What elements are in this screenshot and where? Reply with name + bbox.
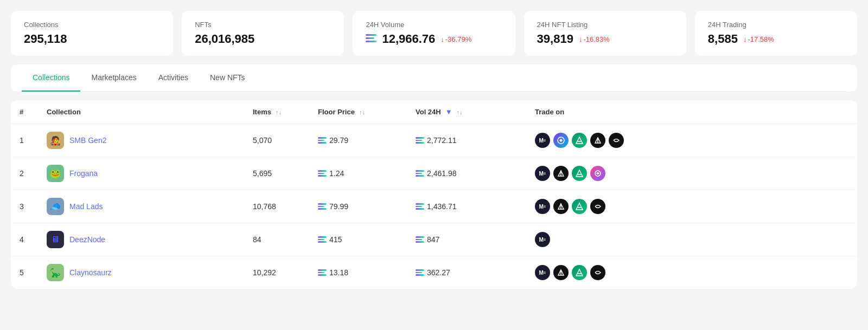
- trade-cell: M≡: [526, 256, 857, 289]
- vol-value: 2,772.11: [416, 136, 518, 145]
- svg-rect-0: [366, 34, 376, 36]
- marketplace-green-icon[interactable]: [572, 199, 587, 214]
- marketplace-up-icon[interactable]: [590, 133, 605, 148]
- vol-cell: 2,772.11: [407, 124, 526, 157]
- collection-cell: 🐸 Frogana: [38, 157, 244, 190]
- items-cell: 84: [244, 223, 309, 256]
- collection-cell: 🖥 DeezNode: [38, 223, 244, 256]
- marketplace-up-icon[interactable]: [553, 265, 569, 280]
- floor-cell: 13.18: [309, 256, 407, 289]
- items-sort-icon: ↑↓: [276, 109, 282, 115]
- th-rank: #: [11, 100, 38, 124]
- sol-icon-volume: [366, 34, 376, 44]
- stat-value-row-collections: 295,118: [24, 32, 160, 46]
- tab-activities[interactable]: Activities: [148, 64, 199, 92]
- floor-value: 1.24: [318, 169, 398, 178]
- marketplace-up-icon[interactable]: [553, 199, 569, 214]
- rank-cell: 5: [11, 256, 38, 289]
- marketplace-green-icon[interactable]: [572, 265, 587, 280]
- trade-icons-group: M≡: [535, 166, 848, 181]
- table-row: 1 🧑‍🎤 SMB Gen2 5,070 29.79 2,772.11: [11, 124, 857, 157]
- trade-cell: M≡: [526, 157, 857, 190]
- svg-rect-1: [366, 37, 374, 39]
- tab-collections[interactable]: Collections: [22, 64, 80, 92]
- collection-name-text: DeezNode: [69, 235, 105, 244]
- vol-cell: 362.27: [407, 256, 526, 289]
- marketplace-me-icon[interactable]: M≡: [535, 133, 550, 148]
- marketplace-pink-icon[interactable]: [590, 166, 605, 181]
- marketplace-me-icon[interactable]: M≡: [535, 265, 550, 280]
- th-collection: Collection: [38, 100, 244, 124]
- collection-avatar: 🐸: [47, 165, 64, 182]
- vol-text: 362.27: [427, 268, 450, 277]
- sol-lines-icon: [416, 137, 424, 144]
- collection-link[interactable]: 🦕 Claynosaurz: [47, 264, 235, 281]
- stat-label-trading: 24H Trading: [708, 21, 844, 29]
- floor-cell: 79.99: [309, 190, 407, 223]
- floor-value: 13.18: [318, 268, 398, 277]
- floor-cell: 415: [309, 223, 407, 256]
- trade-icons-group: M≡: [535, 265, 848, 280]
- down-arrow-icon-trading: ↓: [743, 35, 747, 43]
- stat-card-volume: 24H Volume 12,966.76 ↓: [353, 11, 515, 56]
- collection-link[interactable]: 🧢 Mad Lads: [47, 198, 235, 215]
- stat-change-trading: ↓ -17.58%: [743, 35, 774, 43]
- down-arrow-icon-listing: ↓: [579, 35, 583, 43]
- stat-change-volume: ↓ -36.79%: [441, 35, 471, 43]
- marketplace-green-icon[interactable]: [572, 133, 587, 148]
- floor-price-text: 1.24: [329, 169, 344, 178]
- floor-cell: 1.24: [309, 157, 407, 190]
- tab-new-nfts[interactable]: New NFTs: [199, 64, 256, 92]
- collection-name-text: Frogana: [69, 169, 98, 178]
- stat-label-nfts: NFTs: [195, 21, 331, 29]
- rank-cell: 1: [11, 124, 38, 157]
- th-floor[interactable]: Floor Price ↑↓: [309, 100, 407, 124]
- marketplace-snappy-icon[interactable]: [609, 133, 624, 148]
- marketplace-me-icon[interactable]: M≡: [535, 166, 550, 181]
- trade-icons-group: M≡: [535, 133, 848, 148]
- items-cell: 5,070: [244, 124, 309, 157]
- vol-value: 362.27: [416, 268, 518, 277]
- collection-link[interactable]: 🧑‍🎤 SMB Gen2: [47, 132, 235, 149]
- stat-label-volume: 24H Volume: [366, 21, 502, 29]
- table-header-row: # Collection Items ↑↓ Floor Price ↑↓: [11, 100, 857, 124]
- items-cell: 10,768: [244, 190, 309, 223]
- marketplace-me-icon[interactable]: M≡: [535, 232, 550, 247]
- marketplace-snappy-icon[interactable]: [590, 265, 605, 280]
- items-cell: 10,292: [244, 256, 309, 289]
- svg-marker-9: [576, 203, 583, 210]
- collection-avatar: 🧢: [47, 198, 64, 215]
- floor-value: 29.79: [318, 136, 398, 145]
- marketplace-snappy-icon[interactable]: [590, 199, 605, 214]
- tab-marketplaces[interactable]: Marketplaces: [80, 64, 147, 92]
- marketplace-up-icon[interactable]: [553, 166, 569, 181]
- collection-link[interactable]: 🖥 DeezNode: [47, 231, 235, 248]
- marketplace-green-icon[interactable]: [572, 166, 587, 181]
- collection-link[interactable]: 🐸 Frogana: [47, 165, 235, 182]
- rank-cell: 3: [11, 190, 38, 223]
- marketplace-me-icon[interactable]: M≡: [535, 199, 550, 214]
- table-row: 2 🐸 Frogana 5,695 1.24 2,461.98 M≡: [11, 157, 857, 190]
- th-items[interactable]: Items ↑↓: [244, 100, 309, 124]
- vol-cell: 847: [407, 223, 526, 256]
- sol-lines-icon: [318, 236, 327, 243]
- stat-value-listing: 39,819: [537, 32, 573, 46]
- collection-avatar: 🦕: [47, 264, 64, 281]
- trade-icons-group: M≡: [535, 199, 848, 214]
- items-cell: 5,695: [244, 157, 309, 190]
- vol-text: 1,436.71: [427, 202, 457, 211]
- floor-price-text: 415: [329, 235, 342, 244]
- marketplace-tensor-icon[interactable]: [553, 133, 569, 148]
- stat-change-listing: ↓ -16.83%: [579, 35, 610, 43]
- rank-cell: 4: [11, 223, 38, 256]
- vol-value: 2,461.98: [416, 169, 518, 178]
- svg-rect-2: [366, 41, 376, 42]
- vol-sort-icon: ↑↓: [457, 109, 463, 115]
- collection-name-text: Claynosaurz: [69, 268, 112, 277]
- vol-filter-icon: ▼: [445, 108, 452, 116]
- trade-icons-group: M≡: [535, 232, 848, 247]
- th-vol[interactable]: Vol 24H ▼ ↑↓: [407, 100, 526, 124]
- floor-cell: 29.79: [309, 124, 407, 157]
- stats-row: Collections 295,118 NFTs 26,016,985 24H …: [0, 0, 868, 64]
- trade-cell: M≡: [526, 124, 857, 157]
